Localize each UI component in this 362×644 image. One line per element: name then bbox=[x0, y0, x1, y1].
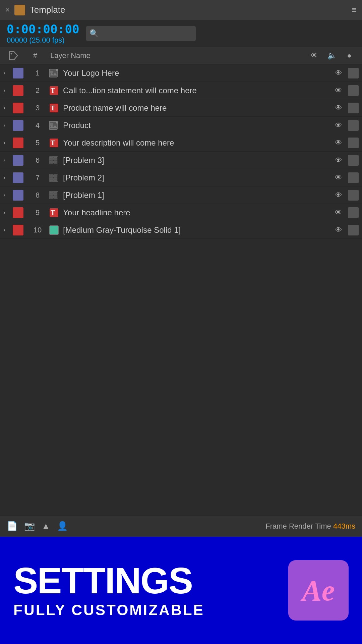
timecode-main[interactable]: 0:00:00:00 bbox=[7, 22, 79, 36]
comp-icon[interactable]: 📄 bbox=[7, 521, 17, 531]
menu-icon[interactable]: ≡ bbox=[352, 5, 357, 15]
quality-col-icon: ● bbox=[343, 51, 355, 60]
layer-number: 9 bbox=[27, 208, 48, 217]
banner-text-block: SETTINGS FULLY CUSTOMIZABLE bbox=[13, 562, 275, 619]
visibility-toggle[interactable]: 👁 bbox=[333, 121, 345, 130]
bottom-banner: SETTINGS FULLY CUSTOMIZABLE Ae bbox=[0, 537, 362, 644]
layer-name-label: Your headline here bbox=[63, 208, 333, 217]
layer-number: 6 bbox=[27, 156, 48, 165]
precomp-layer-icon bbox=[48, 171, 60, 184]
visibility-toggle[interactable]: 👁 bbox=[333, 86, 345, 95]
layer-color-swatch bbox=[13, 190, 23, 201]
app-icon bbox=[14, 5, 25, 15]
svg-rect-19 bbox=[50, 178, 53, 181]
visibility-col-icon: 👁 bbox=[308, 51, 320, 60]
visibility-toggle[interactable]: 👁 bbox=[333, 69, 345, 77]
layer-name-label: [Medium Gray-Turquoise Solid 1] bbox=[63, 225, 333, 235]
expand-chevron[interactable]: › bbox=[3, 122, 13, 129]
timecode-area: 0:00:00:00 00000 (25.00 fps) 🔍 bbox=[0, 20, 362, 47]
table-row[interactable]: ›8[Problem 1]👁 bbox=[0, 186, 362, 204]
layer-end-swatch bbox=[348, 68, 359, 78]
num-col-header: # bbox=[23, 51, 47, 60]
search-input[interactable] bbox=[86, 26, 196, 41]
visibility-toggle[interactable]: 👁 bbox=[333, 156, 345, 165]
svg-rect-2 bbox=[50, 71, 53, 73]
expand-chevron[interactable]: › bbox=[3, 192, 13, 199]
solid-layer-icon bbox=[48, 224, 60, 236]
visibility-toggle[interactable]: 👁 bbox=[333, 226, 345, 234]
expand-chevron[interactable]: › bbox=[3, 226, 13, 233]
layer-color-swatch bbox=[13, 103, 23, 113]
layer-end-swatch bbox=[348, 138, 359, 148]
svg-rect-17 bbox=[50, 175, 53, 177]
visibility-toggle[interactable]: 👁 bbox=[333, 208, 345, 217]
timecode-sub: 00000 (25.00 fps) bbox=[7, 36, 79, 45]
image-layer-icon bbox=[48, 119, 60, 132]
ae-logo-text: Ae bbox=[302, 574, 335, 607]
svg-rect-28 bbox=[50, 226, 58, 234]
layer-end-swatch bbox=[348, 172, 359, 183]
expand-chevron[interactable]: › bbox=[3, 174, 13, 181]
banner-title: SETTINGS bbox=[13, 562, 275, 599]
expand-chevron[interactable]: › bbox=[3, 104, 13, 111]
table-row[interactable]: ›6[Problem 3]👁 bbox=[0, 152, 362, 169]
svg-rect-15 bbox=[54, 161, 57, 163]
layer-number: 4 bbox=[27, 121, 48, 130]
expand-chevron[interactable]: › bbox=[3, 209, 13, 216]
visibility-toggle[interactable]: 👁 bbox=[333, 104, 345, 112]
table-row[interactable]: ›10[Medium Gray-Turquoise Solid 1]👁 bbox=[0, 221, 362, 239]
layer-color-swatch bbox=[13, 207, 23, 218]
layer-name-label: [Problem 2] bbox=[63, 173, 333, 182]
render-icon[interactable]: 📷 bbox=[24, 521, 35, 531]
expand-chevron[interactable]: › bbox=[3, 87, 13, 94]
svg-rect-12 bbox=[50, 157, 53, 160]
svg-rect-23 bbox=[54, 192, 57, 195]
layer-end-swatch bbox=[348, 155, 359, 166]
tag-icon bbox=[7, 49, 20, 62]
table-row[interactable]: ›5TYour description will come here👁 bbox=[0, 134, 362, 152]
precomp-layer-icon bbox=[48, 154, 60, 167]
table-row[interactable]: ›1Your Logo Here👁 bbox=[0, 64, 362, 82]
column-headers: # Layer Name 👁 🔈 ● bbox=[0, 47, 362, 64]
text-layer-icon: T bbox=[48, 137, 60, 149]
layer-name-label: Product bbox=[63, 121, 333, 130]
visibility-toggle[interactable]: 👁 bbox=[333, 191, 345, 200]
expand-chevron[interactable]: › bbox=[3, 139, 13, 146]
layer-end-swatch bbox=[348, 120, 359, 131]
name-col-header: Layer Name bbox=[47, 51, 308, 60]
close-button[interactable]: × bbox=[5, 6, 10, 14]
svg-rect-8 bbox=[50, 123, 53, 126]
title-bar: × Template ≡ bbox=[0, 0, 362, 20]
layer-number: 8 bbox=[27, 191, 48, 200]
layer-number: 5 bbox=[27, 139, 48, 147]
layer-color-swatch bbox=[13, 155, 23, 166]
layer-name-label: [Problem 3] bbox=[63, 156, 333, 165]
table-row[interactable]: ›7[Problem 2]👁 bbox=[0, 169, 362, 186]
character-icon[interactable]: 👤 bbox=[57, 521, 68, 531]
table-row[interactable]: ›9TYour headline here👁 bbox=[0, 204, 362, 221]
precomp-layer-icon bbox=[48, 189, 60, 202]
motion-icon[interactable]: ▲ bbox=[42, 521, 50, 531]
expand-chevron[interactable]: › bbox=[3, 69, 13, 76]
label-col-header bbox=[3, 49, 23, 62]
expand-chevron[interactable]: › bbox=[3, 157, 13, 164]
footer-toolbar: 📄 📷 ▲ 👤 Frame Render Time 443ms bbox=[0, 515, 362, 537]
layer-color-swatch bbox=[13, 85, 23, 96]
image-layer-icon bbox=[48, 67, 60, 79]
svg-text:T: T bbox=[51, 139, 55, 147]
layer-number: 3 bbox=[27, 104, 48, 112]
visibility-toggle[interactable]: 👁 bbox=[333, 173, 345, 182]
banner-subtitle: FULLY CUSTOMIZABLE bbox=[13, 602, 275, 619]
layer-name-label: Product name will come here bbox=[63, 103, 333, 113]
visibility-toggle[interactable]: 👁 bbox=[333, 139, 345, 147]
layer-end-swatch bbox=[348, 85, 359, 96]
svg-text:T: T bbox=[51, 104, 55, 112]
layer-end-swatch bbox=[348, 225, 359, 235]
layer-number: 10 bbox=[27, 226, 48, 234]
svg-rect-22 bbox=[50, 192, 53, 195]
table-row[interactable]: ›3TProduct name will come here👁 bbox=[0, 99, 362, 117]
table-row[interactable]: ›2TCall to...tion statement will come he… bbox=[0, 82, 362, 99]
table-row[interactable]: ›4Product👁 bbox=[0, 117, 362, 134]
layer-color-swatch bbox=[13, 138, 23, 148]
search-wrapper: 🔍 bbox=[86, 26, 355, 41]
